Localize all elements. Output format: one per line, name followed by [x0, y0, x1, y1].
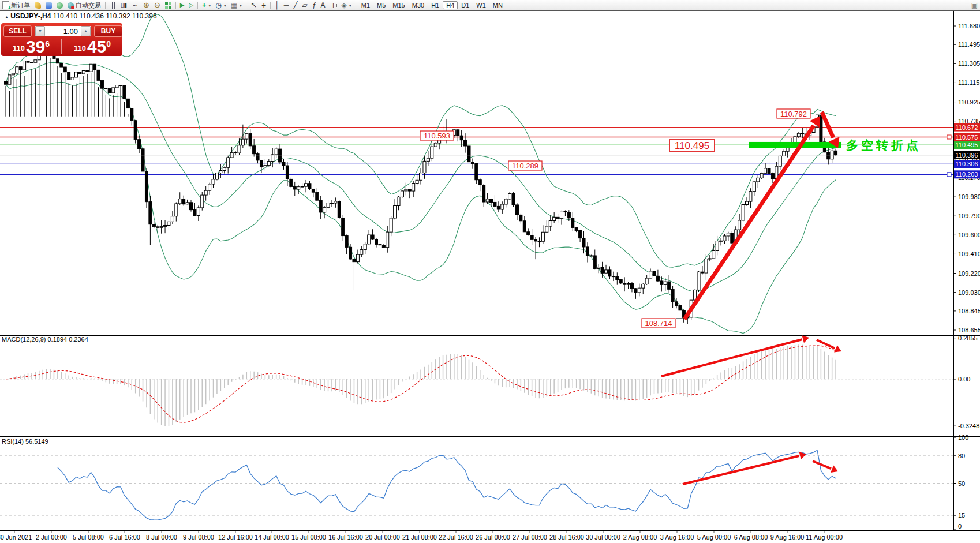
indicators-button[interactable]: +▾ — [200, 1, 213, 10]
window-button[interactable]: ▣ — [969, 1, 980, 10]
trend-arrow[interactable] — [813, 461, 831, 469]
line-handle[interactable] — [947, 135, 951, 139]
timeframe-w1[interactable]: W1 — [473, 1, 489, 9]
green-zone-bar[interactable] — [749, 142, 841, 148]
candle — [412, 184, 415, 191]
candle — [112, 88, 115, 93]
text-tool-icon: A — [320, 2, 325, 9]
rsi-arrows[interactable] — [683, 452, 838, 484]
buy-price[interactable]: 110 45 0 — [62, 38, 122, 55]
templates-button[interactable]: ▦▾ — [229, 1, 244, 10]
time-tick-label: 6 Aug 08:00 — [734, 534, 768, 541]
trend-arrow[interactable] — [684, 126, 814, 319]
candle — [619, 280, 622, 283]
candle-chart-button[interactable]: ▯▮ — [118, 1, 129, 10]
cursor-button[interactable]: ↖ — [248, 1, 259, 10]
bar-chart-icon — [110, 2, 116, 9]
candle — [223, 167, 226, 170]
tile-windows-button[interactable] — [163, 1, 174, 10]
vertical-line-button[interactable]: │ — [272, 1, 282, 10]
candle — [664, 282, 667, 284]
candle — [193, 210, 196, 216]
candle — [364, 244, 366, 250]
candle — [582, 238, 585, 247]
rsi-line — [58, 450, 836, 520]
annotation-text[interactable]: 多空转折点 — [846, 138, 921, 152]
trendline-button[interactable]: ╱ — [291, 1, 300, 10]
timeframe-m15[interactable]: M15 — [389, 1, 408, 9]
autotrade-button[interactable]: 自动交易 — [65, 1, 103, 10]
candle — [5, 81, 8, 84]
terminal-button[interactable] — [43, 1, 54, 10]
timeframe-m1[interactable]: M1 — [358, 1, 373, 9]
macd-axis-label: 0.2855 — [958, 335, 978, 342]
candle — [30, 62, 33, 63]
timeframe-h1[interactable]: H1 — [428, 1, 443, 9]
candle — [757, 178, 760, 182]
text-tool-button[interactable]: A — [318, 1, 327, 10]
volume-stepper[interactable]: ▼ 1.00 ▲ — [35, 26, 91, 36]
rsi-axis-label: 0 — [958, 523, 962, 530]
candle — [764, 168, 767, 173]
candle — [215, 173, 218, 179]
label-tool-button[interactable]: T — [327, 1, 339, 10]
buy-price-figure: 110 — [74, 44, 86, 53]
new-order-button[interactable]: 新订单 — [0, 1, 32, 10]
vertical-line-icon: │ — [275, 2, 279, 9]
bar-chart-button[interactable] — [107, 1, 118, 10]
crosshair-button[interactable]: + — [259, 1, 268, 10]
timeframe-d1[interactable]: D1 — [458, 1, 473, 9]
zoom-in-button[interactable]: ⊕ — [141, 1, 152, 10]
chevron-down-icon: ▾ — [240, 3, 242, 8]
price-axis[interactable]: 111.680111.495111.305111.115110.925110.7… — [953, 23, 980, 530]
candle — [549, 221, 552, 227]
candle — [104, 88, 107, 89]
equidistant-channel-button[interactable]: ▱ — [300, 1, 309, 10]
time-tick-label: 3 Aug 16:00 — [660, 534, 694, 541]
fibonacci-button[interactable]: ƒ — [310, 1, 319, 10]
price-tick-label: 111.680 — [958, 23, 980, 29]
autoscroll-button[interactable]: ▶ — [178, 1, 187, 10]
candle — [493, 202, 496, 206]
time-axis[interactable]: 30 Jun 20212 Jul 00:005 Jul 08:006 Jul 1… — [0, 531, 843, 541]
timeframe-mn[interactable]: MN — [489, 1, 506, 9]
sell-price[interactable]: 110 39 6 — [1, 38, 61, 55]
candle — [260, 160, 263, 167]
candle — [182, 199, 185, 204]
candle — [653, 271, 656, 276]
candle — [405, 189, 407, 191]
buy-button[interactable]: BUY — [94, 25, 122, 37]
timeframe-m5[interactable]: M5 — [373, 1, 389, 9]
candle — [475, 164, 478, 180]
cleanup-button[interactable] — [32, 1, 43, 10]
candle — [638, 288, 641, 293]
candle — [727, 233, 730, 236]
line-chart-button[interactable]: ～ — [129, 1, 141, 10]
news-button[interactable] — [54, 1, 65, 10]
line-handle[interactable] — [947, 173, 951, 177]
trend-arrow[interactable] — [683, 456, 799, 484]
macd-axis-label: 0.00 — [958, 376, 970, 383]
chart-shift-icon: ▷ — [189, 2, 194, 9]
shapes-button[interactable]: ◈▾ — [339, 1, 354, 10]
sell-button[interactable]: SELL — [3, 25, 32, 37]
timeframe-h4[interactable]: H4 — [443, 1, 458, 9]
periods-button[interactable]: ◷▾ — [213, 1, 229, 10]
volume-input[interactable]: 1.00 — [46, 27, 80, 36]
candle — [319, 200, 322, 212]
trendline-icon: ╱ — [293, 2, 297, 9]
candle — [571, 218, 574, 228]
candle — [835, 151, 837, 155]
chart-shift-button[interactable]: ▷ — [187, 1, 196, 10]
timeframe-m30[interactable]: M30 — [409, 1, 428, 9]
volume-up-button[interactable]: ▲ — [81, 26, 91, 36]
volume-down-button[interactable]: ▼ — [35, 26, 45, 36]
candle — [334, 201, 337, 203]
chart-canvas[interactable]: 110.792110.593110.289108.714110.495多空转折点… — [0, 0, 980, 543]
candle — [779, 156, 781, 166]
candle — [771, 174, 774, 179]
macd-arrows[interactable] — [661, 335, 841, 376]
horizontal-line-button[interactable]: ─ — [282, 1, 291, 10]
trend-arrow[interactable] — [822, 112, 833, 138]
zoom-out-button[interactable]: ⊖ — [152, 1, 163, 10]
